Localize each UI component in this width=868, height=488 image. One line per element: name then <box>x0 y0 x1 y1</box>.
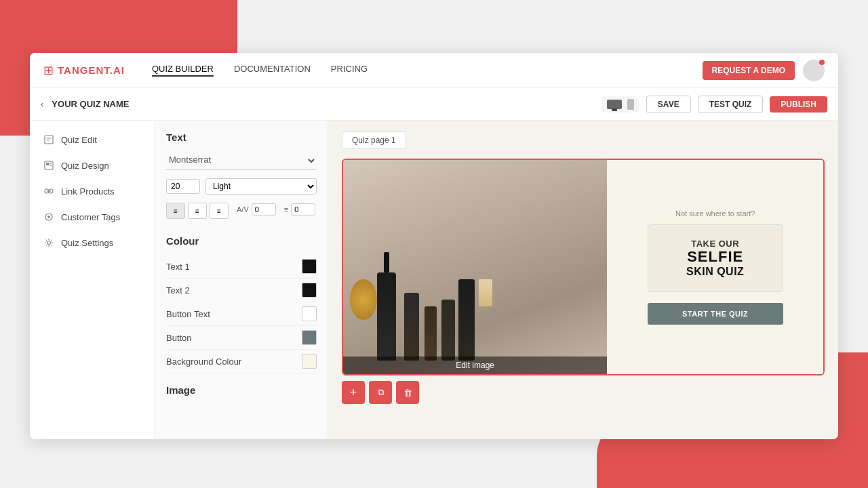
background-colour-label: Background Colour <box>166 357 241 367</box>
test-quiz-button[interactable]: TEST QUIZ <box>698 96 764 113</box>
bottles-container <box>343 160 607 374</box>
button-colour-swatch[interactable] <box>302 330 317 345</box>
nav-pricing[interactable]: PRICING <box>331 64 368 77</box>
letter-spacing-control: A/V <box>237 203 276 216</box>
bottle-small2 <box>441 300 455 361</box>
edit-image-button[interactable]: Edit image <box>343 357 607 374</box>
align-right-button[interactable]: ≡ <box>210 203 229 219</box>
nav-right: REQUEST A DEMO <box>703 60 825 81</box>
user-avatar[interactable] <box>803 60 825 81</box>
back-button[interactable]: ‹ <box>41 99 43 109</box>
sidebar-item-link-products[interactable]: Link Products <box>33 179 152 203</box>
delete-section-button[interactable]: 🗑 <box>396 381 419 404</box>
back-arrow-icon: ‹ <box>41 99 43 109</box>
image-section-title: Image <box>166 384 317 396</box>
settings-icon <box>43 237 54 248</box>
sidebar-label-customer-tags: Customer Tags <box>61 212 120 222</box>
text-section-title: Text <box>166 131 317 143</box>
background-colour-swatch[interactable] <box>302 354 317 369</box>
line-height-control: ≡ <box>284 203 315 216</box>
save-button[interactable]: SAVE <box>646 96 691 113</box>
edit-icon <box>43 134 54 145</box>
colour-section-title: Colour <box>166 235 317 247</box>
desktop-view-icon[interactable] <box>607 100 622 109</box>
text1-colour-swatch[interactable] <box>302 259 317 274</box>
publish-button[interactable]: PUBLISH <box>770 96 827 113</box>
line-height-icon: ≡ <box>284 205 288 214</box>
quiz-headline-line3: SKIN QUIZ <box>659 266 772 278</box>
logo: ⊞ TANGENT.AI <box>43 63 125 78</box>
nav-quiz-builder[interactable]: QUIZ BUILDER <box>152 64 214 77</box>
logo-icon: ⊞ <box>43 63 54 78</box>
quiz-page-tab[interactable]: Quiz page 1 <box>342 131 406 149</box>
sidebar-label-quiz-edit: Quiz Edit <box>61 135 97 145</box>
request-demo-button[interactable]: REQUEST A DEMO <box>703 61 795 80</box>
text1-label: Text 1 <box>166 262 190 272</box>
quiz-text-side: Not sure where to start? TAKE OUR SELFIE… <box>607 160 823 374</box>
letter-spacing-label: A/V <box>237 205 249 214</box>
text-section: Text Montserrat Light Thin Regular Mediu… <box>166 131 317 227</box>
sidebar-label-quiz-settings: Quiz Settings <box>61 238 113 248</box>
view-toggle[interactable] <box>601 96 639 113</box>
spacing-group: A/V ≡ <box>237 203 315 216</box>
svg-point-11 <box>47 216 50 218</box>
bottle-large <box>377 272 396 361</box>
align-center-button[interactable]: ≡ <box>188 203 207 219</box>
quiz-image-side: Edit image <box>343 160 607 374</box>
tag-icon <box>43 211 54 222</box>
link-icon <box>43 186 54 197</box>
design-icon <box>43 160 54 171</box>
font-family-select[interactable]: Montserrat <box>166 151 317 170</box>
bottle-pump <box>384 252 389 272</box>
colour-row-button-text: Button Text <box>166 302 317 326</box>
sidebar-item-quiz-edit[interactable]: Quiz Edit <box>33 127 152 152</box>
nav-documentation[interactable]: DOCUMENTATION <box>234 64 311 77</box>
sidebar-item-quiz-design[interactable]: Quiz Design <box>33 153 152 178</box>
top-nav: ⊞ TANGENT.AI QUIZ BUILDER DOCUMENTATION … <box>30 53 838 88</box>
svg-rect-0 <box>45 136 53 144</box>
button-text-label: Button Text <box>166 309 210 319</box>
sidebar-label-link-products: Link Products <box>61 186 115 197</box>
font-weight-select[interactable]: Light Thin Regular Medium Bold <box>205 178 317 195</box>
app-window: ⊞ TANGENT.AI QUIZ BUILDER DOCUMENTATION … <box>30 53 838 439</box>
start-quiz-button[interactable]: START THE QUIZ <box>648 303 783 325</box>
sub-header: ‹ YOUR QUIZ NAME SAVE TEST QUIZ PUBLISH <box>30 88 838 121</box>
quiz-headline-box: TAKE OUR SELFIE SKIN QUIZ <box>648 224 783 291</box>
line-height-input[interactable] <box>291 203 315 216</box>
quiz-headline-line1: TAKE OUR <box>659 239 772 249</box>
sidebar-label-quiz-design: Quiz Design <box>61 161 109 171</box>
quiz-headline-line2: SELFIE <box>659 249 772 265</box>
button-label: Button <box>166 333 192 343</box>
main-content: Quiz Edit Quiz Design Link Products <box>30 121 838 439</box>
candle <box>479 279 492 306</box>
bottle-medium <box>404 293 419 361</box>
svg-rect-6 <box>50 165 52 166</box>
text-align-group: ≡ ≡ ≡ <box>166 203 229 219</box>
add-section-button[interactable]: + <box>342 381 365 404</box>
sidebar-item-quiz-settings[interactable]: Quiz Settings <box>33 230 152 255</box>
sidebar-item-customer-tags[interactable]: Customer Tags <box>33 205 152 229</box>
avatar-notification-dot <box>819 60 825 65</box>
colour-row-button: Button <box>166 326 317 350</box>
font-size-input[interactable] <box>166 179 200 194</box>
letter-spacing-input[interactable] <box>252 203 276 216</box>
faucet <box>350 279 377 320</box>
button-text-colour-swatch[interactable] <box>302 306 317 321</box>
logo-text: TANGENT.AI <box>58 64 125 76</box>
image-section: Image <box>166 384 317 396</box>
sub-header-right: SAVE TEST QUIZ PUBLISH <box>601 96 827 113</box>
text2-label: Text 2 <box>166 285 190 296</box>
colour-row-text1: Text 1 <box>166 255 317 279</box>
middle-panel: Text Montserrat Light Thin Regular Mediu… <box>155 121 328 439</box>
mobile-view-icon[interactable] <box>627 99 634 110</box>
font-controls: Light Thin Regular Medium Bold <box>166 178 317 195</box>
text2-colour-swatch[interactable] <box>302 283 317 298</box>
quiz-name: YOUR QUIZ NAME <box>52 99 129 109</box>
copy-section-button[interactable]: ⧉ <box>369 381 392 404</box>
svg-point-12 <box>47 241 51 245</box>
bottle-tall <box>458 279 475 361</box>
quiz-subtitle: Not sure where to start? <box>675 209 755 218</box>
canvas-actions: + ⧉ 🗑 <box>342 381 825 404</box>
svg-rect-4 <box>46 163 49 165</box>
align-left-button[interactable]: ≡ <box>166 203 185 219</box>
